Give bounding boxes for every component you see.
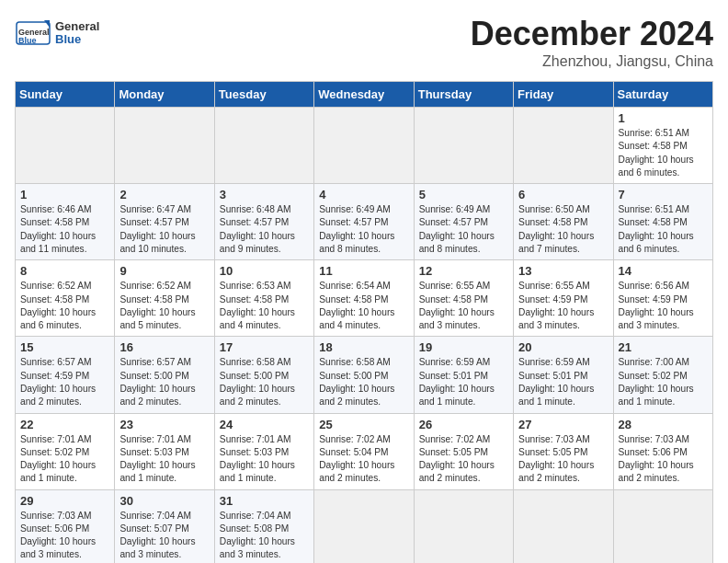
calendar-cell bbox=[314, 489, 414, 563]
cell-content: Sunrise: 6:49 AM Sunset: 4:57 PM Dayligh… bbox=[419, 203, 508, 256]
calendar-cell bbox=[514, 108, 613, 184]
calendar-cell bbox=[414, 489, 513, 563]
day-number: 13 bbox=[518, 264, 608, 278]
day-number: 7 bbox=[619, 188, 708, 201]
cell-content: Sunrise: 6:54 AM Sunset: 4:58 PM Dayligh… bbox=[319, 280, 408, 332]
day-number: 1 bbox=[20, 188, 109, 201]
cell-content: Sunrise: 6:55 AM Sunset: 4:58 PM Dayligh… bbox=[419, 280, 508, 332]
calendar-week-6: 29Sunrise: 7:03 AM Sunset: 5:06 PM Dayli… bbox=[16, 489, 713, 563]
calendar-cell: 13Sunrise: 6:55 AM Sunset: 4:59 PM Dayli… bbox=[514, 260, 613, 337]
day-header-wednesday: Wednesday bbox=[314, 82, 414, 108]
day-number: 9 bbox=[119, 264, 209, 278]
calendar-cell: 30Sunrise: 7:04 AM Sunset: 5:07 PM Dayli… bbox=[115, 489, 214, 563]
day-number: 27 bbox=[518, 418, 608, 431]
calendar-header-row: SundayMondayTuesdayWednesdayThursdayFrid… bbox=[16, 82, 713, 108]
calendar-cell bbox=[115, 108, 214, 184]
calendar-cell bbox=[16, 108, 115, 184]
day-number: 31 bbox=[220, 494, 309, 508]
day-number: 30 bbox=[119, 494, 209, 508]
day-number: 10 bbox=[220, 264, 309, 278]
svg-text:Blue: Blue bbox=[18, 36, 37, 45]
calendar-cell: 28Sunrise: 7:03 AM Sunset: 5:06 PM Dayli… bbox=[613, 413, 712, 489]
cell-content: Sunrise: 6:51 AM Sunset: 4:58 PM Dayligh… bbox=[619, 203, 708, 256]
day-header-saturday: Saturday bbox=[613, 82, 712, 108]
calendar-week-5: 22Sunrise: 7:01 AM Sunset: 5:02 PM Dayli… bbox=[16, 413, 713, 489]
cell-content: Sunrise: 6:58 AM Sunset: 5:00 PM Dayligh… bbox=[319, 356, 408, 408]
day-header-tuesday: Tuesday bbox=[214, 82, 313, 108]
cell-content: Sunrise: 7:01 AM Sunset: 5:02 PM Dayligh… bbox=[20, 433, 109, 486]
calendar-cell: 11Sunrise: 6:54 AM Sunset: 4:58 PM Dayli… bbox=[314, 260, 414, 337]
cell-content: Sunrise: 6:51 AM Sunset: 4:58 PM Dayligh… bbox=[619, 127, 708, 179]
calendar-cell: 23Sunrise: 7:01 AM Sunset: 5:03 PM Dayli… bbox=[115, 413, 214, 489]
day-number: 21 bbox=[619, 340, 708, 354]
cell-content: Sunrise: 6:47 AM Sunset: 4:57 PM Dayligh… bbox=[119, 203, 209, 256]
calendar-cell: 21Sunrise: 7:00 AM Sunset: 5:02 PM Dayli… bbox=[613, 337, 712, 413]
cell-content: Sunrise: 7:04 AM Sunset: 5:07 PM Dayligh… bbox=[119, 510, 209, 562]
day-number: 14 bbox=[619, 264, 708, 278]
day-number: 25 bbox=[319, 418, 408, 431]
day-number: 1 bbox=[619, 111, 708, 125]
logo-icon: General Blue bbox=[15, 15, 51, 52]
calendar-week-2: 1Sunrise: 6:46 AM Sunset: 4:58 PM Daylig… bbox=[16, 184, 713, 260]
cell-content: Sunrise: 6:58 AM Sunset: 5:00 PM Dayligh… bbox=[220, 356, 309, 408]
calendar-cell: 2Sunrise: 6:47 AM Sunset: 4:57 PM Daylig… bbox=[115, 184, 214, 260]
calendar-cell bbox=[214, 108, 313, 184]
cell-content: Sunrise: 7:04 AM Sunset: 5:08 PM Dayligh… bbox=[220, 510, 309, 562]
calendar-cell: 8Sunrise: 6:52 AM Sunset: 4:58 PM Daylig… bbox=[16, 260, 115, 337]
calendar-cell: 3Sunrise: 6:48 AM Sunset: 4:57 PM Daylig… bbox=[214, 184, 313, 260]
title-area: December 2024 Zhenzhou, Jiangsu, China bbox=[471, 15, 713, 70]
day-number: 18 bbox=[319, 340, 408, 354]
calendar-cell bbox=[613, 489, 712, 563]
cell-content: Sunrise: 6:46 AM Sunset: 4:58 PM Dayligh… bbox=[20, 203, 109, 256]
calendar-cell: 31Sunrise: 7:04 AM Sunset: 5:08 PM Dayli… bbox=[214, 489, 313, 563]
calendar-cell: 15Sunrise: 6:57 AM Sunset: 4:59 PM Dayli… bbox=[16, 337, 115, 413]
calendar-cell: 18Sunrise: 6:58 AM Sunset: 5:00 PM Dayli… bbox=[314, 337, 414, 413]
day-number: 3 bbox=[220, 188, 309, 201]
calendar-week-3: 8Sunrise: 6:52 AM Sunset: 4:58 PM Daylig… bbox=[16, 260, 713, 337]
location: Zhenzhou, Jiangsu, China bbox=[471, 53, 713, 70]
day-number: 6 bbox=[518, 188, 608, 201]
cell-content: Sunrise: 7:03 AM Sunset: 5:06 PM Dayligh… bbox=[20, 510, 109, 562]
day-number: 26 bbox=[419, 418, 508, 431]
calendar-cell: 29Sunrise: 7:03 AM Sunset: 5:06 PM Dayli… bbox=[16, 489, 115, 563]
cell-content: Sunrise: 6:52 AM Sunset: 4:58 PM Dayligh… bbox=[119, 280, 209, 332]
cell-content: Sunrise: 6:59 AM Sunset: 5:01 PM Dayligh… bbox=[518, 356, 608, 408]
cell-content: Sunrise: 6:56 AM Sunset: 4:59 PM Dayligh… bbox=[619, 280, 708, 332]
calendar-cell: 27Sunrise: 7:03 AM Sunset: 5:05 PM Dayli… bbox=[514, 413, 613, 489]
calendar-cell: 14Sunrise: 6:56 AM Sunset: 4:59 PM Dayli… bbox=[613, 260, 712, 337]
calendar-cell bbox=[514, 489, 613, 563]
day-number: 11 bbox=[319, 264, 408, 278]
cell-content: Sunrise: 7:01 AM Sunset: 5:03 PM Dayligh… bbox=[220, 433, 309, 486]
calendar-cell: 10Sunrise: 6:53 AM Sunset: 4:58 PM Dayli… bbox=[214, 260, 313, 337]
calendar-cell: 25Sunrise: 7:02 AM Sunset: 5:04 PM Dayli… bbox=[314, 413, 414, 489]
day-number: 5 bbox=[419, 188, 508, 201]
cell-content: Sunrise: 6:59 AM Sunset: 5:01 PM Dayligh… bbox=[419, 356, 508, 408]
logo-blue: Blue bbox=[55, 33, 99, 46]
day-number: 12 bbox=[419, 264, 508, 278]
day-number: 15 bbox=[20, 340, 109, 354]
cell-content: Sunrise: 6:49 AM Sunset: 4:57 PM Dayligh… bbox=[319, 203, 408, 256]
cell-content: Sunrise: 6:57 AM Sunset: 5:00 PM Dayligh… bbox=[119, 356, 209, 408]
calendar-cell bbox=[414, 108, 513, 184]
header: General Blue General Blue December 2024 … bbox=[15, 15, 713, 70]
day-number: 28 bbox=[619, 418, 708, 431]
cell-content: Sunrise: 7:01 AM Sunset: 5:03 PM Dayligh… bbox=[119, 433, 209, 486]
day-number: 16 bbox=[119, 340, 209, 354]
calendar-cell: 4Sunrise: 6:49 AM Sunset: 4:57 PM Daylig… bbox=[314, 184, 414, 260]
cell-content: Sunrise: 6:57 AM Sunset: 4:59 PM Dayligh… bbox=[20, 356, 109, 408]
cell-content: Sunrise: 6:48 AM Sunset: 4:57 PM Dayligh… bbox=[220, 203, 309, 256]
calendar-cell bbox=[314, 108, 414, 184]
day-number: 22 bbox=[20, 418, 109, 431]
calendar-cell: 1Sunrise: 6:51 AM Sunset: 4:58 PM Daylig… bbox=[613, 108, 712, 184]
cell-content: Sunrise: 7:02 AM Sunset: 5:04 PM Dayligh… bbox=[319, 433, 408, 486]
cell-content: Sunrise: 6:55 AM Sunset: 4:59 PM Dayligh… bbox=[518, 280, 608, 332]
calendar-week-1: 1Sunrise: 6:51 AM Sunset: 4:58 PM Daylig… bbox=[16, 108, 713, 184]
day-number: 20 bbox=[518, 340, 608, 354]
calendar-cell: 9Sunrise: 6:52 AM Sunset: 4:58 PM Daylig… bbox=[115, 260, 214, 337]
day-number: 4 bbox=[319, 188, 408, 201]
calendar-cell: 12Sunrise: 6:55 AM Sunset: 4:58 PM Dayli… bbox=[414, 260, 513, 337]
day-number: 23 bbox=[119, 418, 209, 431]
calendar-cell: 24Sunrise: 7:01 AM Sunset: 5:03 PM Dayli… bbox=[214, 413, 313, 489]
calendar-cell: 5Sunrise: 6:49 AM Sunset: 4:57 PM Daylig… bbox=[414, 184, 513, 260]
calendar-cell: 26Sunrise: 7:02 AM Sunset: 5:05 PM Dayli… bbox=[414, 413, 513, 489]
